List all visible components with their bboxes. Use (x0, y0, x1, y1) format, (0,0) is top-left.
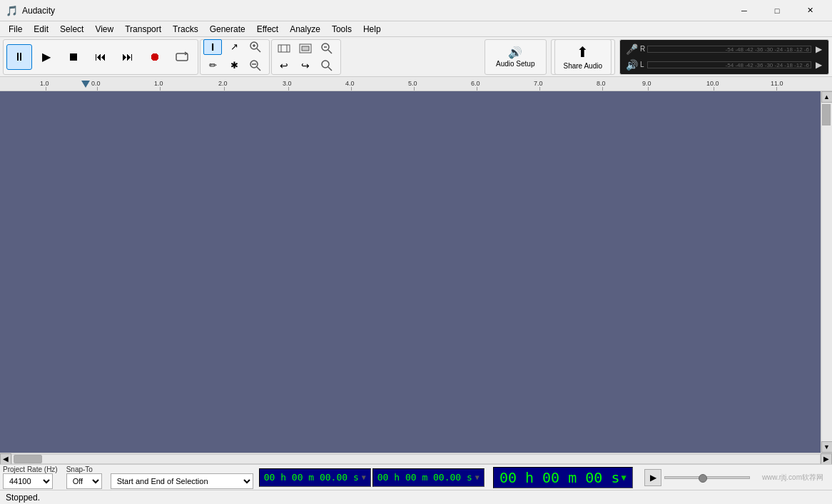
ruler: 1.0 0.0 1.0 2.0 3.0 4.0 5.0 6.0 7.0 8. (0, 77, 832, 91)
time-display-2: 00 h 00 m 00.00 s ▼ (372, 468, 485, 487)
playback-vu-row: 🔊 L -54 -48 -42 -36 -30 -24 -18 -12 -6 ▶ (624, 58, 824, 72)
playback-meter-button[interactable]: 🔊 (624, 58, 639, 72)
menu-transport[interactable]: Transport (119, 21, 167, 37)
selection-mode-group: placeholder Start and End of Selection S… (111, 466, 253, 489)
playback-vu-bar: -54 -48 -42 -36 -30 -24 -18 -12 -6 (647, 61, 811, 68)
share-audio-section: ⬆ Share Audio (551, 39, 616, 75)
scroll-thumb-h[interactable] (14, 455, 42, 463)
scroll-left-button[interactable]: ◀ (0, 453, 11, 465)
ruler-mark-1: 1.0 (40, 80, 49, 87)
minimize-button[interactable]: ─ (728, 0, 761, 21)
extra-zoom[interactable] (318, 58, 336, 73)
menu-view[interactable]: View (89, 21, 119, 37)
zoom-in-tool[interactable] (246, 39, 265, 55)
zoom-out-tool[interactable] (246, 58, 265, 73)
project-rate-select[interactable]: 44100 22050 48000 96000 (3, 473, 53, 489)
record-button[interactable]: ⏺ (142, 44, 168, 70)
menu-edit[interactable]: Edit (28, 21, 54, 37)
time-display-group: 00 h 00 m 00.00 s ▼ 00 h 00 m 00.00 s ▼ (259, 468, 485, 487)
scroll-right-button[interactable]: ▶ (821, 453, 832, 465)
menu-generate[interactable]: Generate (204, 21, 251, 37)
app-title: Audacity (22, 6, 728, 16)
menu-tracks[interactable]: Tracks (167, 21, 204, 37)
large-time-value: 00 h 00 m 00 s (499, 469, 620, 486)
record-vu-expand[interactable]: ▶ (813, 43, 824, 55)
scroll-down-button[interactable]: ▼ (821, 441, 833, 453)
ruler-mark-4: 4.0 (345, 80, 355, 87)
play-button[interactable]: ▶ (34, 44, 59, 70)
ruler-mark-1b: 1.0 (154, 80, 163, 87)
audio-setup-icon: 🔊 (508, 46, 522, 59)
ruler-mark-10: 10.0 (706, 80, 719, 87)
share-audio-label: Share Audio (564, 62, 603, 70)
close-button[interactable]: ✕ (793, 0, 826, 21)
scroll-track-v (822, 103, 832, 441)
undo-button[interactable]: ↩ (275, 58, 293, 73)
record-meter-button[interactable]: 🎤 (624, 42, 639, 56)
toolbar-area: ⏸ ▶ ⏹ ⏮ ⏭ ⏺ I ↗ ✏ ✱ (0, 37, 832, 77)
time2-dropdown[interactable]: ▼ (475, 473, 480, 481)
svg-line-2 (257, 48, 260, 52)
zoom-fit-selection[interactable] (275, 41, 293, 56)
time-display-1: 00 h 00 m 00.00 s ▼ (259, 468, 371, 487)
svg-line-14 (328, 50, 332, 53)
ruler-mark-3: 3.0 (283, 80, 292, 87)
audio-setup-button[interactable]: 🔊 Audio Setup (491, 43, 540, 70)
redo-button[interactable]: ↪ (296, 58, 315, 73)
bottom-status-bar: Stopped. (0, 490, 832, 504)
menu-tools[interactable]: Tools (326, 21, 357, 37)
time-value-1: 00 h 00 m 00.00 s (264, 472, 359, 483)
stop-button[interactable]: ⏹ (61, 44, 86, 70)
selection-bar: Project Rate (Hz) 44100 22050 48000 9600… (0, 464, 832, 490)
vertical-scrollbar: ▲ ▼ (821, 91, 832, 453)
loop-button[interactable] (169, 44, 195, 70)
window-controls: ─ □ ✕ (728, 0, 826, 21)
ruler-mark-9: 9.0 (642, 80, 651, 87)
tool-controls: I ↗ ✏ ✱ (200, 39, 270, 75)
scroll-thumb-v[interactable] (822, 104, 831, 125)
snap-to-label: Snap-To (66, 466, 93, 473)
maximize-button[interactable]: □ (761, 0, 793, 21)
share-audio-icon: ⬆ (577, 43, 589, 61)
speed-slider[interactable] (664, 476, 750, 479)
playback-vu-expand[interactable]: ▶ (813, 59, 824, 71)
selection-tool[interactable]: I (203, 39, 222, 55)
play-at-speed-button[interactable]: ▶ (644, 469, 661, 486)
project-rate-label: Project Rate (Hz) (3, 466, 58, 473)
ruler-mark-11: 11.0 (771, 80, 783, 87)
zoom-fit[interactable] (296, 41, 315, 56)
record-vu-row: 🎤 R -54 -48 -42 -36 -30 -24 -18 -12 -6 ▶ (624, 42, 824, 56)
watermark-text: www.rjtj.com软荐网 (762, 473, 823, 481)
selection-mode-select[interactable]: Start and End of Selection Start and Len… (111, 473, 253, 489)
pause-button[interactable]: ⏸ (6, 44, 32, 70)
scroll-up-button[interactable]: ▲ (821, 91, 833, 103)
status-text: Stopped. (6, 493, 40, 503)
menu-help[interactable]: Help (357, 21, 387, 37)
multi-tool[interactable]: ✱ (225, 58, 243, 73)
zoom-sel-toggle[interactable] (318, 41, 336, 56)
menu-select[interactable]: Select (54, 21, 89, 37)
menu-file[interactable]: File (3, 21, 28, 37)
large-time-display: 00 h 00 m 00 s ▼ (493, 467, 633, 488)
ruler-mark-0: 0.0 (91, 80, 101, 87)
large-time-dropdown[interactable]: ▼ (621, 473, 626, 483)
audio-setup-label: Audio Setup (496, 60, 535, 68)
playback-label: L (640, 61, 646, 68)
speed-slider-thumb[interactable] (699, 474, 707, 483)
horizontal-scrollbar: ◀ ▶ (0, 453, 832, 464)
snap-to-group: Snap-To Off Nearest Prior (66, 466, 102, 489)
skip-back-button[interactable]: ⏮ (88, 44, 113, 70)
snap-to-select[interactable]: Off Nearest Prior (66, 473, 102, 489)
track-area[interactable]: ▲ ▼ (0, 91, 832, 453)
menu-effect[interactable]: Effect (251, 21, 284, 37)
share-audio-button[interactable]: ⬆ Share Audio (554, 39, 612, 75)
envelope-tool[interactable]: ↗ (225, 39, 243, 55)
ruler-mark-5: 5.0 (408, 80, 417, 87)
skip-fwd-button[interactable]: ⏭ (115, 44, 141, 70)
draw-tool[interactable]: ✏ (203, 58, 222, 73)
playback-speed-section: ▶ (644, 469, 750, 486)
menu-bar: File Edit Select View Transport Tracks G… (0, 21, 832, 37)
time1-dropdown[interactable]: ▼ (362, 473, 366, 481)
svg-rect-12 (302, 46, 309, 51)
menu-analyze[interactable]: Analyze (284, 21, 326, 37)
